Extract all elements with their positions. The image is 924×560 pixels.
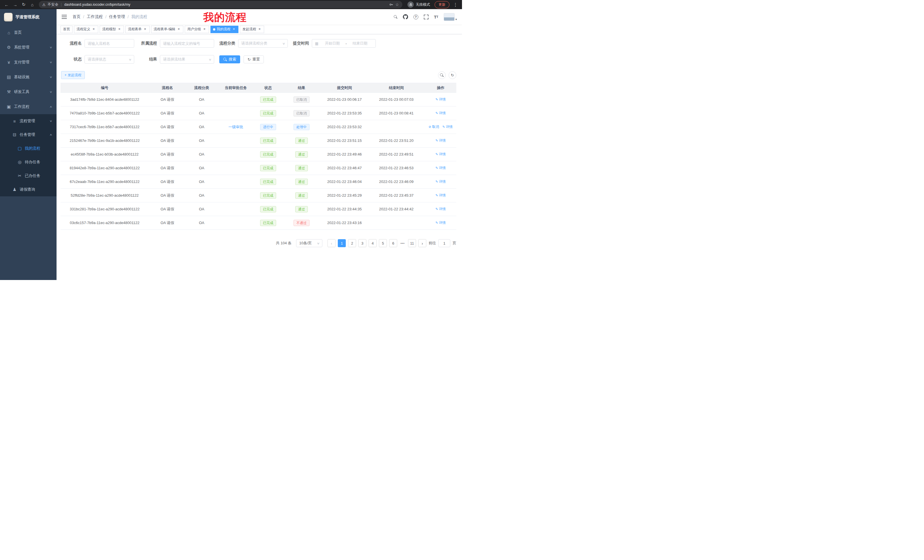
sidebar-item-done-task[interactable]: ✂已办任务 <box>0 169 57 183</box>
close-icon[interactable]: × <box>117 27 122 31</box>
process-definition-input[interactable] <box>160 39 214 48</box>
page-button-11[interactable]: 11 <box>408 239 416 247</box>
detail-button[interactable]: ✎详情 <box>435 138 446 143</box>
fullscreen-icon[interactable] <box>424 15 429 19</box>
status-badge: 已完成 <box>260 138 276 144</box>
detail-button[interactable]: ✎详情 <box>435 166 446 171</box>
sidebar-item-system-management[interactable]: ⚙系统管理∨ <box>0 40 57 55</box>
close-icon[interactable]: × <box>177 27 181 31</box>
tab-7[interactable]: 发起流程× <box>240 26 264 33</box>
search-button[interactable]: 搜索 <box>219 55 240 63</box>
toggle-search-icon[interactable] <box>438 71 446 79</box>
security-label: 不安全 <box>48 2 58 7</box>
update-button[interactable]: 更新 <box>435 1 449 8</box>
sidebar-item-workflow[interactable]: ▣工作流程∧ <box>0 99 57 114</box>
page-button-3[interactable]: 3 <box>358 239 366 247</box>
sidebar-item-infrastructure[interactable]: ▤基础设施∨ <box>0 70 57 84</box>
reset-button[interactable]: ↻ 重置 <box>244 55 264 63</box>
forward-icon[interactable]: → <box>11 1 19 8</box>
goto-page-input[interactable] <box>438 239 450 247</box>
back-icon[interactable]: ← <box>3 1 10 8</box>
current-task-cell <box>217 175 254 189</box>
status-select[interactable]: 请选择状态 ∨ <box>84 55 134 64</box>
date-start-placeholder: 开始日期 <box>320 41 345 46</box>
page-button-5[interactable]: 5 <box>379 239 387 247</box>
detail-button[interactable]: ✎详情 <box>435 207 446 211</box>
github-icon[interactable] <box>403 14 408 19</box>
next-page-button[interactable]: › <box>418 239 426 247</box>
key-icon[interactable] <box>389 3 393 7</box>
refresh-table-icon[interactable]: ↻ <box>448 71 456 79</box>
chevron-down-icon: ∨ <box>50 46 52 49</box>
help-icon[interactable]: ? <box>414 15 418 19</box>
result-select[interactable]: 请选择流结果 ∨ <box>160 55 214 64</box>
font-size-icon[interactable]: TT <box>434 15 438 19</box>
close-icon[interactable]: × <box>232 27 236 31</box>
hamburger-icon[interactable] <box>62 15 67 19</box>
current-task-cell: 一级审批 <box>217 120 254 134</box>
home-icon[interactable]: ⌂ <box>28 1 36 8</box>
detail-button[interactable]: ✎详情 <box>435 152 446 157</box>
detail-button[interactable]: ✎详情 <box>435 220 446 225</box>
page-button-2[interactable]: 2 <box>348 239 356 247</box>
sidebar-item-payment-management[interactable]: ¥支付管理∨ <box>0 55 57 70</box>
breadcrumb-item[interactable]: 任务管理 <box>109 14 125 19</box>
app-logo[interactable]: 芋道管理系统 <box>0 9 57 25</box>
sidebar-item-home[interactable]: ⌂首页 <box>0 25 57 40</box>
category-select[interactable]: 请选择流程分类 ∨ <box>238 39 288 48</box>
submit-time-range-picker[interactable]: ▦ 开始日期 - 结束日期 <box>312 39 376 48</box>
tab-1[interactable]: 流程定义× <box>74 26 98 33</box>
sidebar-item-dev-tools[interactable]: ⚒研发工具∨ <box>0 84 57 99</box>
page-button-6[interactable]: 6 <box>389 239 397 247</box>
tab-6[interactable]: 我的流程× <box>210 26 238 33</box>
breadcrumb-item[interactable]: 首页 <box>72 14 81 19</box>
tab-0[interactable]: 首页 <box>60 26 72 33</box>
browser-menu-icon[interactable]: ⋮ <box>452 2 459 7</box>
close-icon[interactable]: × <box>202 27 207 31</box>
detail-button[interactable]: ✎详情 <box>442 124 453 129</box>
page-button-4[interactable]: 4 <box>369 239 376 247</box>
sidebar-item-my-process[interactable]: ▢我的流程 <box>0 142 57 155</box>
task-link[interactable]: 一级审批 <box>228 125 243 129</box>
sidebar-item-process-management[interactable]: ≡流程管理∨ <box>0 114 57 128</box>
prev-page-button[interactable]: ‹ <box>327 239 336 247</box>
tab-5[interactable]: 用户分组× <box>185 26 209 33</box>
page-button-1[interactable]: 1 <box>338 239 346 247</box>
status-badge: 已完成 <box>260 192 276 199</box>
close-icon[interactable]: × <box>143 27 147 31</box>
category-placeholder: 请选择流程分类 <box>241 41 267 46</box>
cancel-button[interactable]: ⊘取消 <box>429 124 439 129</box>
close-icon[interactable]: × <box>92 27 96 31</box>
sidebar-item-todo-task[interactable]: ◎待办任务 <box>0 155 57 169</box>
process-id: 3ad174fb-7b9d-11ec-8404-acde48001122 <box>60 93 149 106</box>
sidebar-item-task-management[interactable]: ⊟任务管理∧ <box>0 128 57 142</box>
detail-button[interactable]: ✎详情 <box>435 179 446 184</box>
breadcrumb-item[interactable]: 工作流程 <box>87 14 103 19</box>
create-process-button[interactable]: + 发起流程 <box>61 71 85 79</box>
home-icon: ⌂ <box>6 30 12 35</box>
page-size-select[interactable]: 10条/页 ∨ <box>296 239 322 247</box>
gear-icon: ⚙ <box>6 45 12 50</box>
list-icon: ≡ <box>11 119 18 124</box>
sidebar-item-leave-query[interactable]: ♟请假查询 <box>0 183 57 196</box>
close-icon[interactable]: × <box>258 27 261 31</box>
detail-button[interactable]: ✎详情 <box>435 193 446 198</box>
process-name-input[interactable] <box>84 39 134 48</box>
page-ellipsis[interactable]: ••• <box>399 239 406 247</box>
tab-2[interactable]: 流程模型× <box>100 26 124 33</box>
submit-time: 2022-01-22 23:44:35 <box>321 202 368 216</box>
status-placeholder: 请选择状态 <box>88 57 106 62</box>
search-icon[interactable] <box>394 15 398 19</box>
tab-3[interactable]: 流程表单× <box>125 26 150 33</box>
address-bar[interactable]: ⚠ 不安全 dashboard.yudao.iocoder.cn/bpm/tas… <box>39 1 402 8</box>
user-avatar[interactable]: ▾ <box>444 13 457 21</box>
bookmark-star-icon[interactable]: ☆ <box>395 2 399 7</box>
reload-icon[interactable]: ↻ <box>20 1 27 8</box>
table-row: 2152467e-7b9b-11ec-9a1b-acde48001122OA 请… <box>60 134 456 148</box>
refresh-icon: ↻ <box>248 57 251 61</box>
search-icon <box>223 58 227 61</box>
detail-button[interactable]: ✎详情 <box>435 97 446 102</box>
browser-nav-buttons: ←→↻⌂ <box>3 1 36 8</box>
detail-button[interactable]: ✎详情 <box>435 111 446 115</box>
tab-4[interactable]: 流程表单-编辑× <box>151 26 183 33</box>
